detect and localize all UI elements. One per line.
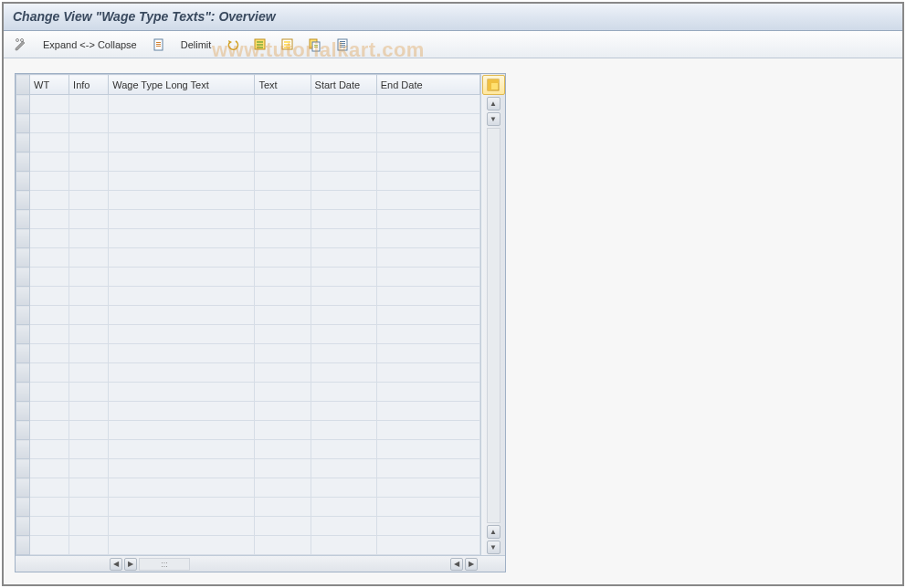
table-cell[interactable] [109,306,255,325]
table-cell[interactable] [255,114,311,133]
table-cell[interactable] [30,229,69,248]
table-cell[interactable] [109,440,255,459]
table-cell[interactable] [255,210,311,229]
table-cell[interactable] [255,478,311,498]
table-cell[interactable] [311,459,376,478]
table-cell[interactable] [109,268,255,287]
row-selector[interactable] [16,498,30,517]
table-cell[interactable] [376,344,479,363]
table-cell[interactable] [30,536,69,555]
row-selector[interactable] [16,191,30,210]
table-cell[interactable] [30,172,69,191]
table-cell[interactable] [255,133,311,152]
table-cell[interactable] [311,172,376,191]
table-cell[interactable] [376,478,479,498]
toggle-edit-button[interactable] [9,35,33,55]
table-cell[interactable] [255,95,311,114]
scroll-right-button[interactable]: ▶ [124,558,137,571]
table-cell[interactable] [255,536,311,555]
table-cell[interactable] [311,248,376,268]
table-cell[interactable] [30,248,69,268]
column-header[interactable]: Start Date [311,75,376,95]
row-selector[interactable] [16,229,30,248]
table-cell[interactable] [376,402,479,421]
row-selector[interactable] [16,478,30,498]
table-cell[interactable] [311,229,376,248]
scroll-up-button[interactable]: ▲ [487,97,500,110]
table-cell[interactable] [311,152,376,172]
table-row[interactable] [16,478,480,498]
table-cell[interactable] [376,248,479,268]
table-cell[interactable] [30,383,69,402]
table-cell[interactable] [30,478,69,498]
column-header[interactable]: End Date [376,75,479,95]
table-cell[interactable] [311,344,376,363]
table-cell[interactable] [69,459,109,478]
table-cell[interactable] [376,498,479,517]
table-cell[interactable] [255,287,311,306]
data-table[interactable]: WTInfoWage Type Long TextTextStart DateE… [16,74,480,555]
table-cell[interactable] [30,191,69,210]
table-cell[interactable] [30,152,69,172]
table-cell[interactable] [376,440,479,459]
table-cell[interactable] [109,402,255,421]
table-cell[interactable] [311,325,376,344]
row-selector[interactable] [16,383,30,402]
new-entries-button[interactable] [147,35,171,55]
table-cell[interactable] [69,268,109,287]
table-cell[interactable] [30,363,69,383]
table-cell[interactable] [311,191,376,210]
table-cell[interactable] [69,248,109,268]
table-cell[interactable] [255,383,311,402]
table-cell[interactable] [109,95,255,114]
table-row[interactable] [16,536,480,555]
table-cell[interactable] [30,210,69,229]
table-cell[interactable] [69,536,109,555]
table-cell[interactable] [311,306,376,325]
row-selector[interactable] [16,363,30,383]
table-cell[interactable] [69,229,109,248]
table-cell[interactable] [69,191,109,210]
row-selector[interactable] [16,133,30,152]
table-cell[interactable] [30,421,69,440]
scroll-down-button-bottom[interactable]: ▼ [487,541,500,554]
table-cell[interactable] [69,498,109,517]
row-selector[interactable] [16,248,30,268]
table-row[interactable] [16,383,480,402]
table-cell[interactable] [376,114,479,133]
table-cell[interactable] [255,517,311,536]
column-header[interactable]: Info [69,75,109,95]
table-config-button[interactable] [482,75,505,95]
table-cell[interactable] [69,440,109,459]
select-all-column-header[interactable] [16,75,30,95]
table-row[interactable] [16,325,480,344]
table-cell[interactable] [30,114,69,133]
table-cell[interactable] [376,306,479,325]
column-header[interactable]: Wage Type Long Text [109,75,255,95]
table-cell[interactable] [255,172,311,191]
table-row[interactable] [16,95,480,114]
table-cell[interactable] [69,152,109,172]
row-selector[interactable] [16,172,30,191]
table-row[interactable] [16,248,480,268]
row-selector[interactable] [16,402,30,421]
table-cell[interactable] [311,402,376,421]
table-cell[interactable] [376,325,479,344]
table-cell[interactable] [69,517,109,536]
table-cell[interactable] [30,268,69,287]
table-row[interactable] [16,152,480,172]
print-button[interactable] [331,35,354,55]
table-cell[interactable] [255,306,311,325]
table-cell[interactable] [69,478,109,498]
row-selector[interactable] [16,268,30,287]
table-cell[interactable] [255,402,311,421]
table-cell[interactable] [255,421,311,440]
table-cell[interactable] [69,363,109,383]
table-row[interactable] [16,172,480,191]
row-selector[interactable] [16,152,30,172]
row-selector[interactable] [16,306,30,325]
table-cell[interactable] [255,440,311,459]
table-cell[interactable] [69,287,109,306]
scroll-down-button[interactable]: ▼ [487,112,500,126]
table-cell[interactable] [109,114,255,133]
